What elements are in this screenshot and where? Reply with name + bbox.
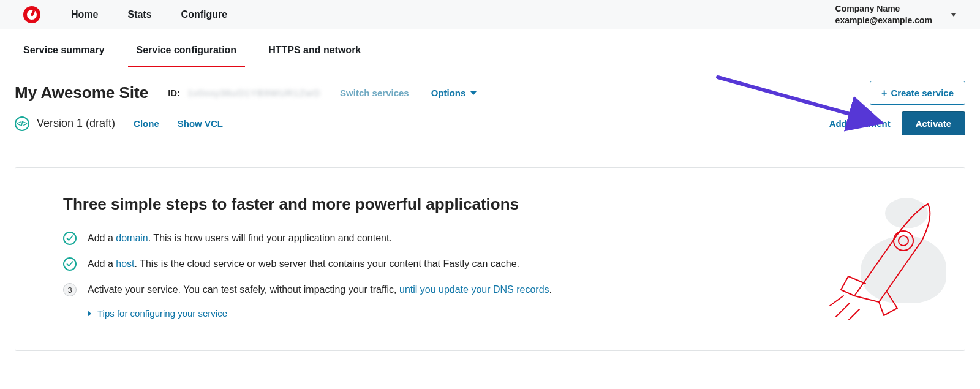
host-link[interactable]: host xyxy=(116,259,134,269)
tab-https-network[interactable]: HTTPS and network xyxy=(268,32,361,67)
create-service-button[interactable]: + Create service xyxy=(870,81,965,105)
tab-service-configuration[interactable]: Service configuration xyxy=(137,32,237,67)
account-company: Company Name xyxy=(835,3,932,15)
step-3-text-pre: Activate your service. You can test safe… xyxy=(88,284,399,295)
step-3: 3 Activate your service. You can test sa… xyxy=(63,282,917,297)
chevron-down-icon xyxy=(470,91,477,95)
step-1-text-pre: Add a xyxy=(88,233,116,243)
nav-configure[interactable]: Configure xyxy=(181,9,228,20)
check-icon xyxy=(63,257,77,271)
tips-link[interactable]: Tips for configuring your service xyxy=(97,308,227,319)
svg-point-1 xyxy=(894,231,913,251)
step-3-text-post: . xyxy=(549,284,552,295)
activate-button[interactable]: Activate xyxy=(902,111,965,135)
chevron-down-icon xyxy=(951,13,957,17)
account-menu[interactable]: Company Name example@example.com xyxy=(835,3,957,26)
check-icon xyxy=(63,232,77,245)
options-label: Options xyxy=(431,88,466,98)
plus-icon: + xyxy=(881,88,887,98)
clone-link[interactable]: Clone xyxy=(134,118,159,129)
service-header: My Awesome Site ID: 1v0xxy36uO1YB9WUR1Zw… xyxy=(0,67,980,110)
service-tabs: Service summary Service configuration HT… xyxy=(0,29,980,67)
step-1-text-post: . This is how users will find your appli… xyxy=(148,233,392,243)
nav-stats[interactable]: Stats xyxy=(127,9,151,20)
rocket-illustration xyxy=(812,198,946,320)
dns-records-link[interactable]: until you update your DNS records xyxy=(399,284,549,295)
add-comment-link[interactable]: Add comment xyxy=(829,118,891,129)
tab-service-summary[interactable]: Service summary xyxy=(23,32,105,67)
rocket-icon xyxy=(812,198,946,320)
service-id-label: ID: xyxy=(168,88,180,98)
service-title: My Awesome Site xyxy=(15,83,148,102)
step-2: Add a host. This is the cloud service or… xyxy=(63,257,917,271)
onboarding-heading: Three simple steps to faster and more po… xyxy=(63,195,917,214)
caret-right-icon xyxy=(88,311,91,317)
top-bar: Home Stats Configure Company Name exampl… xyxy=(0,0,980,29)
step-number-badge: 3 xyxy=(63,283,77,296)
version-label: Version 1 (draft) xyxy=(37,117,115,130)
switch-services-link[interactable]: Switch services xyxy=(340,88,409,98)
version-bar: </> Version 1 (draft) Clone Show VCL Add… xyxy=(0,110,980,151)
nav-home[interactable]: Home xyxy=(71,9,98,20)
account-email: example@example.com xyxy=(835,15,932,26)
primary-nav: Home Stats Configure xyxy=(71,9,227,20)
activate-label: Activate xyxy=(916,118,951,129)
create-service-label: Create service xyxy=(891,88,954,98)
service-id-value: 1v0xxy36uO1YB9WUR1ZwO xyxy=(187,88,320,98)
step-2-text-post: . This is the cloud service or web serve… xyxy=(135,259,519,269)
code-icon: </> xyxy=(15,116,29,131)
tips-link-row[interactable]: Tips for configuring your service xyxy=(88,308,917,319)
step-2-text-pre: Add a xyxy=(88,259,116,269)
show-vcl-link[interactable]: Show VCL xyxy=(178,118,223,129)
domain-link[interactable]: domain xyxy=(116,233,148,243)
options-menu[interactable]: Options xyxy=(431,88,477,98)
svg-point-2 xyxy=(899,236,908,246)
onboarding-card: Three simple steps to faster and more po… xyxy=(15,167,965,351)
brand-logo-icon xyxy=(23,6,40,23)
step-1: Add a domain. This is how users will fin… xyxy=(63,231,917,246)
step-list: Add a domain. This is how users will fin… xyxy=(63,231,917,297)
